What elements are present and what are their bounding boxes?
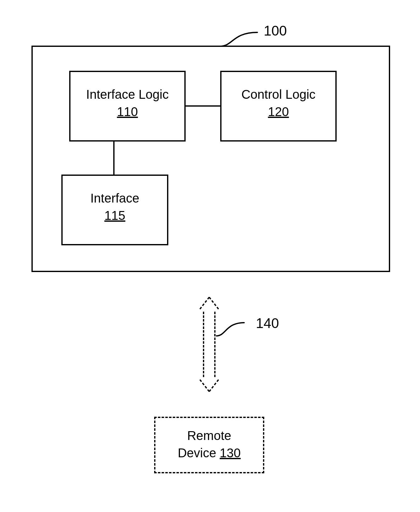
diagram-canvas: 100 Interface Logic 110 Control Logic 12… <box>0 0 420 512</box>
remote-device-prefix: Device <box>178 446 220 460</box>
control-logic-ref: 120 <box>220 104 337 120</box>
interface-logic-ref: 110 <box>69 104 186 120</box>
outer-box-ref-label: 100 <box>256 22 294 39</box>
remote-device-line1: Remote <box>154 428 264 443</box>
interface-title: Interface <box>61 190 168 206</box>
bidirectional-arrow-icon <box>192 297 227 392</box>
connector-il-cl <box>186 105 220 107</box>
interface-ref: 115 <box>61 208 168 223</box>
remote-device-ref: 130 <box>220 446 241 460</box>
connector-il-interface <box>113 142 115 175</box>
remote-device-line2: Device 130 <box>154 445 264 461</box>
arrow-ref-label: 140 <box>249 314 286 332</box>
arrow-callout-icon <box>216 321 245 338</box>
interface-logic-title: Interface Logic <box>69 86 186 102</box>
control-logic-title: Control Logic <box>220 86 337 102</box>
